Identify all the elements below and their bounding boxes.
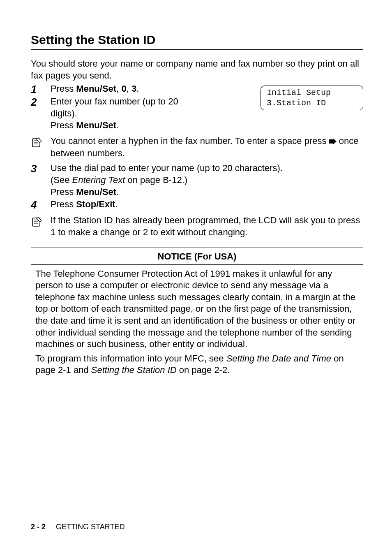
text: on page B-12.)	[125, 175, 187, 185]
step-2-body: Enter your fax number (up to 20 digits).…	[51, 96, 186, 131]
arrow-right-icon	[329, 136, 337, 148]
text: To program this information into your MF…	[35, 353, 226, 364]
key-2: 2	[143, 227, 148, 237]
step-number: 2	[31, 96, 51, 108]
text: Press	[51, 187, 76, 197]
step-number: 3	[31, 162, 51, 174]
note-icon	[31, 135, 51, 148]
step-number: 4	[31, 199, 51, 211]
step-number: 1	[31, 83, 51, 95]
notice-paragraph-1: The Telephone Consumer Protection Act of…	[35, 268, 359, 350]
section-heading: Setting the Station ID	[31, 33, 363, 50]
text: .	[136, 83, 139, 94]
lcd-display: Initial Setup 3.Station ID	[261, 86, 363, 110]
notice-title: NOTICE (For USA)	[31, 248, 363, 265]
text: (See	[51, 175, 72, 185]
notice-paragraph-2: To program this information into your MF…	[35, 353, 359, 376]
xref-setting-date-time: Setting the Date and Time	[226, 353, 331, 364]
page-footer: 2 - 2 GETTING STARTED	[31, 523, 125, 531]
text: Press	[51, 120, 76, 130]
key-stop-exit: Stop/Exit	[76, 199, 115, 209]
key-menu-set: Menu/Set	[76, 83, 116, 94]
text: You cannot enter a hyphen in the fax num…	[51, 136, 329, 146]
note-2-body: If the Station ID has already been progr…	[51, 215, 363, 238]
svg-marker-4	[329, 139, 337, 144]
intro-paragraph: You should store your name or company na…	[31, 58, 363, 81]
steps-block: Initial Setup 3.Station ID 1 Press Menu/…	[31, 83, 363, 238]
lcd-line-1: Initial Setup	[267, 88, 357, 98]
xref-entering-text: Entering Text	[72, 175, 125, 185]
note-icon	[31, 215, 51, 228]
key-3: 3	[131, 83, 136, 94]
key-menu-set: Menu/Set	[76, 120, 116, 130]
text: ,	[116, 83, 121, 94]
step-4-body: Press Stop/Exit.	[51, 199, 363, 211]
step-3: 3 Use the dial pad to enter your name (u…	[31, 162, 363, 198]
text: Press	[51, 199, 76, 209]
page-number: 2 - 2	[31, 523, 46, 531]
page-container: Setting the Station ID You should store …	[0, 0, 392, 556]
key-0: 0	[121, 83, 126, 94]
text: ,	[127, 83, 131, 94]
text: to make a change or	[55, 227, 143, 237]
note-2: If the Station ID has already been progr…	[31, 215, 363, 238]
key-menu-set: Menu/Set	[76, 187, 116, 197]
key-1: 1	[51, 227, 55, 237]
step-4: 4 Press Stop/Exit.	[31, 199, 363, 211]
chapter-name: GETTING STARTED	[56, 523, 125, 531]
text: on page 2-2.	[177, 365, 230, 375]
text: .	[115, 199, 118, 209]
lcd-line-2: 3.Station ID	[267, 98, 357, 108]
xref-setting-station-id: Setting the Station ID	[91, 365, 177, 375]
step-3-body: Use the dial pad to enter your name (up …	[51, 162, 363, 198]
note-1: You cannot enter a hyphen in the fax num…	[31, 135, 363, 159]
text: to exit without changing.	[148, 227, 247, 237]
text: If the Station ID has already been progr…	[51, 215, 360, 225]
text: .	[116, 120, 119, 130]
text: Press	[51, 83, 76, 94]
text: .	[116, 187, 119, 197]
note-1-body: You cannot enter a hyphen in the fax num…	[51, 135, 363, 159]
text: Use the dial pad to enter your name (up …	[51, 162, 363, 174]
notice-body: The Telephone Consumer Protection Act of…	[31, 265, 363, 383]
text: Enter your fax number (up to 20 digits).	[51, 96, 186, 119]
notice-box: NOTICE (For USA) The Telephone Consumer …	[31, 248, 363, 383]
